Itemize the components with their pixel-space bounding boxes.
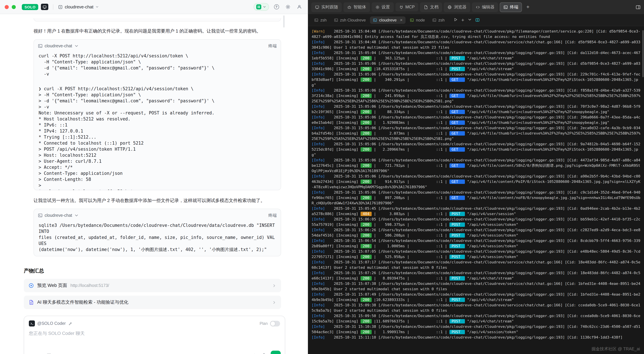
card-header: cloudreve-chat 终端 — [34, 209, 281, 222]
run-icon[interactable] — [454, 17, 458, 23]
log-line: [Info] 2025-10-31 15:07:38 [/Users/byted… — [312, 281, 642, 292]
preview-icon — [28, 283, 34, 288]
terminal-icon — [410, 18, 414, 22]
terminal-tab-label: cloudreve — [379, 18, 397, 22]
log-line: [Info] 2025-10-31 15:05:45 [/Users/byted… — [312, 206, 642, 217]
workspace-panel: 实时跟随智能体设置MCP文档浏览器编辑器终端+ zshzsh Cloudreve… — [308, 0, 644, 354]
solo-mode-icon[interactable] — [41, 4, 48, 10]
terminal-tab-node[interactable]: node — [407, 16, 428, 24]
log-line: [Info] 2025-10-31 15:05:04 [/Users/byted… — [312, 50, 642, 61]
terminal-log[interactable]: [Warn] 2025-10-31 15:04:48 [/Users/byted… — [308, 26, 644, 354]
tab-realtime-follow[interactable]: 实时跟随 — [311, 2, 342, 12]
tab-agent[interactable]: 智能体 — [344, 2, 370, 12]
log-line: [Info] 2025-10-31 15:07:26 [/Users/byted… — [312, 270, 642, 281]
terminal-tab-zsh[interactable]: zsh — [429, 16, 448, 24]
sparkle-icon[interactable] — [252, 353, 257, 354]
open-in-terminal-button[interactable]: 终端 — [268, 43, 277, 49]
composer-toolbar: @ # Max — [29, 351, 281, 354]
log-line: [Info] 2025-10-31 15:07:49 [/Users/byted… — [312, 292, 642, 303]
artifact-report[interactable]: AI 聊天多模态文件智能检索 - 功能验证与优化 — [24, 296, 281, 309]
max-mode-button[interactable]: Max — [240, 353, 248, 354]
open-in-terminal-button[interactable]: 终端 — [268, 213, 277, 218]
terminal-icon — [314, 18, 318, 22]
mic-icon[interactable] — [261, 353, 267, 354]
log-line: [Info] 2025-10-31 15:06:54 [/Users/byted… — [312, 238, 642, 249]
log-line: [Info] 2025-10-31 15:10:38 [/Users/byted… — [312, 324, 642, 335]
artifact-preview-web[interactable]: 预览 Web 页面 http://localhost:5173/ — [24, 279, 281, 292]
tab-label: 文档 — [430, 4, 438, 10]
hash-icon[interactable]: # — [38, 353, 42, 354]
command-output: ❯ curl -X POST http://localhost:5212/api… — [34, 81, 281, 190]
log-line: [Info] 2025-10-31 15:05:06 [/Users/byted… — [312, 72, 642, 88]
chat-scrollbar[interactable] — [284, 16, 284, 28]
log-line: [Info] 2025-10-31 15:11:10 [/Users/byted… — [312, 335, 642, 340]
tab-label: 浏览器 — [454, 4, 466, 10]
terminal-tab-cloudreve[interactable]: cloudreve× — [370, 16, 406, 24]
tab-editor[interactable]: 编辑器 — [472, 2, 498, 12]
report-doc-icon — [28, 300, 34, 305]
send-button[interactable] — [271, 351, 281, 354]
log-line: [Info] 2025-10-31 15:09:50 [/Users/byted… — [312, 313, 642, 324]
log-line: [Info] 2025-10-31 15:05:06 [/Users/byted… — [312, 104, 642, 115]
split-terminal-icon[interactable] — [475, 18, 480, 22]
chat-scroll-area[interactable]: 很好！用户 1 在数据库中有正确的文件记录。现在的问题是我需要用户 1 的正确密… — [0, 14, 308, 354]
terminal-tab-bar: zshzsh Cloudrevecloudreve×nodezsh + — [308, 14, 644, 26]
tools-icon[interactable] — [68, 321, 72, 326]
composer-header: @SOLO Coder Plan — [29, 320, 280, 326]
help-icon: ? — [274, 4, 279, 10]
gear-icon — [375, 5, 380, 9]
chevron-down-icon[interactable] — [74, 44, 79, 48]
chevron-right-icon — [272, 300, 276, 304]
zoom-window-button[interactable] — [12, 5, 16, 9]
card-title: cloudreve-chat — [44, 44, 72, 48]
help-button[interactable]: ? — [272, 3, 280, 11]
usage-pill[interactable] — [254, 3, 269, 11]
close-terminal-tab-icon[interactable]: × — [400, 18, 402, 22]
artifact-label: 预览 Web 页面 — [37, 282, 67, 288]
log-line: [Info] 2025-10-31 15:06:05 [/Users/byted… — [312, 217, 642, 227]
app-window: SOLO cloudreve-chat — [0, 0, 644, 354]
tab-terminal[interactable]: 终端 — [500, 2, 522, 12]
card-title: cloudreve-chat — [44, 213, 72, 218]
project-selector[interactable]: cloudreve-chat — [58, 4, 99, 10]
assistant-message: 很好！用户 1 在数据库中有正确的文件记录。现在的问题是我需要用户 1 的正确密… — [34, 28, 275, 35]
chat-composer[interactable]: @SOLO Coder Plan 您正在与 SOLO Coder 聊天 @ # — [24, 316, 285, 354]
project-icon — [58, 5, 63, 9]
add-terminal-icon[interactable]: + — [461, 17, 464, 23]
monitor-icon — [315, 5, 319, 9]
agent-name[interactable]: @SOLO Coder — [37, 321, 66, 326]
tab-label: 终端 — [510, 4, 518, 10]
terminal-tab-zsh[interactable]: zsh — [311, 16, 330, 24]
chevron-down-icon[interactable] — [74, 213, 79, 218]
command-text: sqlite3 /Users/bytedance/Documents/code/… — [34, 222, 281, 256]
titlebar-divider — [53, 4, 53, 10]
at-icon[interactable]: @ — [29, 353, 34, 354]
add-panel-tab-button[interactable]: + — [524, 3, 532, 11]
account-button[interactable] — [295, 3, 303, 11]
log-line: [Info] 2025-10-31 15:05:06 [/Users/byted… — [312, 174, 642, 190]
tab-browser[interactable]: 浏览器 — [444, 2, 470, 12]
watermark: 掘金技术社区 @ TRAE_ai — [592, 346, 640, 352]
tab-settings[interactable]: 设置 — [372, 2, 394, 12]
tab-mcp[interactable]: MCP — [395, 3, 418, 12]
settings-button[interactable] — [284, 3, 292, 11]
plan-control: Plan — [260, 321, 280, 326]
image-icon[interactable] — [46, 353, 52, 354]
chevron-down-icon — [263, 5, 266, 9]
terminal-icon — [38, 44, 42, 48]
chevron-down-icon[interactable] — [468, 17, 472, 23]
plan-toggle[interactable] — [270, 321, 280, 326]
terminal-tab-label: zsh — [320, 18, 326, 22]
log-line: [Info] 2025-10-31 15:04:48 [/Users/byted… — [312, 40, 642, 50]
solo-badge[interactable]: SOLO — [22, 4, 38, 10]
tab-docs[interactable]: 文档 — [420, 2, 442, 12]
terminal-scrollbar[interactable] — [642, 30, 644, 77]
assistant-message: 让我尝试另一种方法。我可以为用户 2 手动在数据库中添加一些文件记录，这样就可以… — [34, 197, 275, 204]
terminal-tab-zsh-cloudreve[interactable]: zsh Cloudreve — [331, 16, 368, 24]
tab-label: 设置 — [382, 4, 390, 10]
collapse-panel-button[interactable] — [636, 5, 641, 10]
composer-input[interactable]: 您正在与 SOLO Coder 聊天 — [29, 330, 280, 336]
close-window-button[interactable] — [5, 5, 9, 9]
document-icon — [424, 5, 428, 9]
chevron-down-icon — [96, 5, 99, 9]
